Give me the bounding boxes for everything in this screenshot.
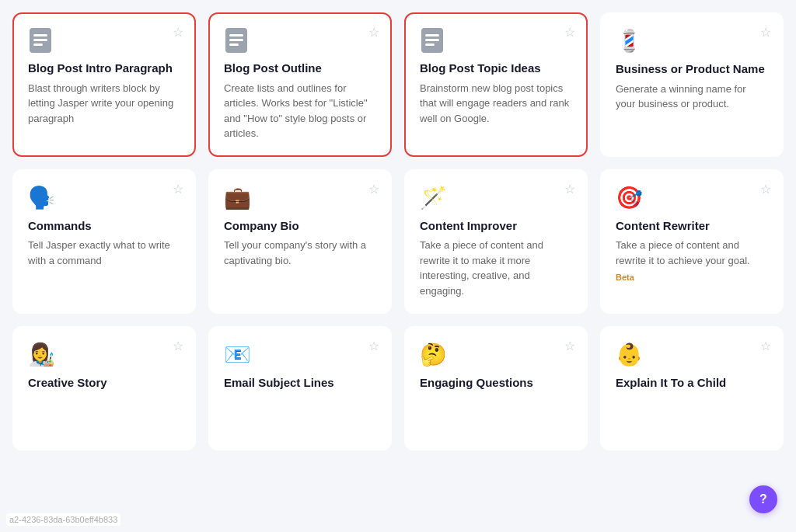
star-icon[interactable]: ☆ — [760, 339, 771, 353]
cards-grid: ☆ Blog Post Intro ParagraphBlast through… — [12, 12, 784, 450]
card-engaging-questions[interactable]: ☆🤔Engaging Questions — [404, 326, 588, 450]
star-icon[interactable]: ☆ — [368, 25, 379, 40]
emoji-icon: 💈 — [616, 28, 768, 54]
card-business-product-name[interactable]: ☆💈Business or Product NameGenerate a win… — [600, 12, 784, 157]
card-description: Tell Jasper exactly what to write with a… — [28, 238, 180, 268]
star-icon[interactable]: ☆ — [368, 339, 379, 353]
footer-hash: a2-4236-83da-63b0eff4b833 — [6, 513, 120, 526]
star-icon[interactable]: ☆ — [564, 339, 575, 353]
card-description: Generate a winning name for your busines… — [616, 82, 768, 112]
star-icon[interactable]: ☆ — [564, 182, 575, 196]
card-title: Engaging Questions — [420, 375, 572, 391]
card-email-subject-lines[interactable]: ☆📧Email Subject Lines — [208, 326, 392, 450]
card-explain-child[interactable]: ☆👶Explain It To a Child — [600, 326, 784, 450]
card-description: Take a piece of content and rewrite it t… — [420, 238, 572, 298]
star-icon[interactable]: ☆ — [564, 25, 575, 40]
card-description: Take a piece of content and rewrite it t… — [616, 238, 768, 268]
star-icon[interactable]: ☆ — [173, 25, 183, 40]
svg-rect-10 — [425, 39, 439, 41]
emoji-icon: 🪄 — [420, 185, 572, 210]
card-description: Brainstorm new blog post topics that wil… — [420, 81, 572, 127]
svg-rect-6 — [229, 39, 243, 41]
card-blog-post-outline[interactable]: ☆ Blog Post OutlineCreate lists and outl… — [208, 12, 392, 157]
emoji-icon: 💼 — [224, 185, 376, 210]
star-icon[interactable]: ☆ — [173, 339, 183, 353]
card-content-rewriter[interactable]: ☆🎯Content RewriterTake a piece of conten… — [600, 169, 784, 315]
card-description: Blast through writers block by letting J… — [28, 81, 180, 127]
svg-rect-5 — [229, 34, 243, 37]
card-content-improver[interactable]: ☆🪄Content ImproverTake a piece of conten… — [404, 169, 588, 315]
doc-icon — [420, 28, 445, 53]
star-icon[interactable]: ☆ — [173, 182, 183, 196]
svg-rect-7 — [229, 43, 239, 46]
card-blog-post-intro[interactable]: ☆ Blog Post Intro ParagraphBlast through… — [12, 12, 196, 157]
emoji-icon: 🤔 — [420, 342, 572, 367]
star-icon[interactable]: ☆ — [368, 182, 379, 196]
star-icon[interactable]: ☆ — [760, 182, 771, 196]
card-title: Content Improver — [420, 218, 572, 234]
emoji-icon: 📧 — [224, 342, 376, 367]
star-icon[interactable]: ☆ — [760, 25, 771, 40]
card-title: Blog Post Topic Ideas — [420, 61, 572, 76]
card-title: Creative Story — [28, 375, 180, 391]
svg-rect-1 — [33, 34, 47, 37]
card-description: Create lists and outlines for articles. … — [224, 81, 376, 141]
emoji-icon: 👩‍🎨 — [28, 342, 180, 367]
beta-badge: Beta — [616, 273, 634, 282]
doc-icon — [28, 28, 53, 53]
emoji-icon: 🎯 — [616, 185, 768, 210]
card-title: Business or Product Name — [616, 61, 768, 77]
svg-rect-9 — [425, 34, 439, 37]
svg-rect-11 — [425, 43, 435, 46]
emoji-icon: 🗣️ — [28, 185, 180, 210]
card-blog-post-topic-ideas[interactable]: ☆ Blog Post Topic IdeasBrainstorm new bl… — [404, 12, 588, 157]
card-title: Blog Post Outline — [224, 61, 376, 76]
card-title: Explain It To a Child — [616, 375, 768, 391]
card-title: Email Subject Lines — [224, 375, 376, 391]
card-title: Blog Post Intro Paragraph — [28, 61, 180, 76]
svg-rect-3 — [33, 43, 43, 46]
card-title: Company Bio — [224, 218, 376, 234]
card-company-bio[interactable]: ☆💼Company BioTell your company's story w… — [208, 169, 392, 315]
help-button[interactable]: ? — [749, 485, 777, 513]
emoji-icon: 👶 — [616, 342, 768, 367]
card-title: Commands — [28, 218, 180, 234]
svg-rect-2 — [33, 39, 47, 41]
card-description: Tell your company's story with a captiva… — [224, 238, 376, 268]
card-commands[interactable]: ☆🗣️CommandsTell Jasper exactly what to w… — [12, 169, 196, 315]
card-title: Content Rewriter — [616, 218, 768, 234]
doc-icon — [224, 28, 249, 53]
card-creative-story[interactable]: ☆👩‍🎨Creative Story — [12, 326, 196, 450]
